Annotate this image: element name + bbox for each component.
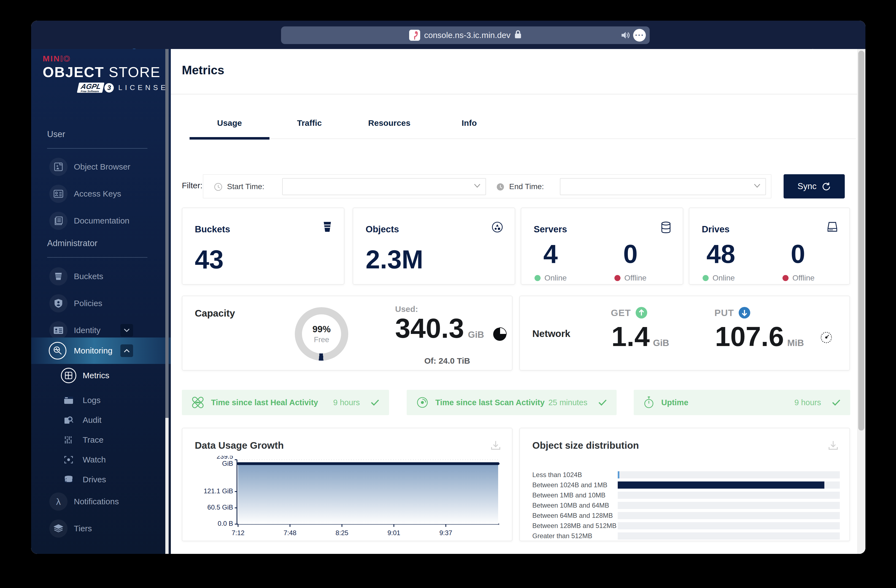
sidebar-item-buckets[interactable]: Buckets <box>31 263 171 290</box>
size-bucket-label: Between 128MB and 512MB <box>532 522 618 530</box>
svg-text:8:25: 8:25 <box>335 529 349 536</box>
tab-traffic[interactable]: Traffic <box>270 119 349 139</box>
capacity-used-value: 340.3 <box>395 315 464 342</box>
sidebar-scrollbar-thumb[interactable] <box>165 49 169 418</box>
tab-info[interactable]: Info <box>429 119 509 139</box>
lock-icon <box>514 30 521 41</box>
download-chart-icon[interactable] <box>491 440 501 451</box>
minio-logo: MINIO OBJECT STORE AGPLFree Software 3 L… <box>43 54 168 93</box>
network-put-label: PUT <box>715 307 734 318</box>
sidebar-item-documentation[interactable]: Documentation <box>31 208 171 234</box>
object-size-distribution-card: Object size distribution Less than 1024B… <box>520 428 850 541</box>
sidebar-item-object-browser[interactable]: Object Browser <box>31 153 171 180</box>
network-card: Network GET 1.4 GiB PUT 107.6 MiB <box>520 296 850 371</box>
monitoring-collapse-chevron[interactable] <box>120 344 133 357</box>
sidebar-subitem-audit[interactable]: Audit <box>31 410 171 430</box>
sidebar-item-notifications[interactable]: λ Notifications <box>31 488 171 515</box>
sidebar-item-monitoring[interactable]: Monitoring <box>31 337 171 364</box>
download-chart-icon[interactable] <box>828 440 838 451</box>
filter-label: Filter: <box>182 181 203 190</box>
network-get-label: GET <box>611 307 631 318</box>
svg-text:9:01: 9:01 <box>387 529 400 536</box>
svg-text:121.1 GiB: 121.1 GiB <box>204 487 233 495</box>
network-get-unit: GiB <box>653 338 669 348</box>
filter-row: Filter: Start Time: End Time: Sync <box>182 174 856 199</box>
sync-icon <box>821 182 831 191</box>
sidebar-subitem-watch[interactable]: Watch <box>31 450 171 469</box>
time-filter-group: Start Time: End Time: <box>203 174 771 199</box>
identity-icon <box>53 327 63 334</box>
check-icon <box>832 399 840 406</box>
heal-label: Time since last Heal Activity <box>211 398 318 407</box>
network-get-value: 1.4 <box>611 323 650 350</box>
size-bar-track <box>618 512 840 519</box>
size-distribution-row: Between 1024B and 1MB <box>532 480 840 490</box>
heal-activity-pill: Time since last Heal Activity 9 hours <box>182 390 389 415</box>
sidebar-subitem-logs[interactable]: Logs <box>31 390 171 410</box>
size-bucket-label: Between 1MB and 10MB <box>532 491 618 499</box>
main-content: Metrics Usage Traffic Resources Info Fil… <box>171 49 866 554</box>
identity-expand-chevron[interactable] <box>120 324 133 337</box>
capacity-used-unit: GiB <box>468 330 484 340</box>
size-bar-fill <box>618 482 824 489</box>
network-put-value: 107.6 <box>715 323 784 350</box>
capacity-free-caption: Free <box>314 336 329 344</box>
main-scrollbar-thumb[interactable] <box>858 51 864 430</box>
capacity-used-label: Used: <box>395 304 418 314</box>
objects-card: Objects 2.3M <box>353 208 515 285</box>
drive-icon <box>827 221 838 232</box>
size-bar-track <box>618 522 840 529</box>
scan-label: Time since last Scan Activity <box>435 398 545 407</box>
svg-text:GiB: GiB <box>222 460 233 467</box>
sidebar-subitem-metrics[interactable]: Metrics <box>31 366 171 385</box>
main-scrollbar[interactable] <box>857 49 866 554</box>
access-keys-icon <box>53 190 63 198</box>
heal-value: 9 hours <box>333 398 360 407</box>
end-time-label: End Time: <box>509 182 544 191</box>
offline-dot <box>782 275 789 281</box>
network-put-unit: MiB <box>787 338 804 348</box>
sidebar-scrollbar[interactable] <box>165 49 169 554</box>
sidebar-item-tiers[interactable]: Tiers <box>31 515 171 542</box>
mute-icon[interactable] <box>621 31 630 40</box>
page-settings-button[interactable]: ··· <box>633 29 646 41</box>
speedometer-icon <box>820 331 832 343</box>
logs-icon <box>64 397 73 404</box>
buckets-card: Buckets 43 <box>182 208 344 285</box>
uptime-value: 9 hours <box>794 398 821 407</box>
tab-resources[interactable]: Resources <box>349 119 429 139</box>
drives-icon <box>64 476 73 484</box>
objects-icon <box>492 221 503 233</box>
start-time-label: Start Time: <box>227 182 264 191</box>
sidebar-item-policies[interactable]: Policies <box>31 290 171 317</box>
sidebar-subitem-trace[interactable]: Trace <box>31 430 171 450</box>
servers-online-label: Online <box>535 273 567 283</box>
tab-active-indicator <box>190 137 270 140</box>
page-header: Metrics <box>171 49 866 94</box>
start-time-select[interactable] <box>282 178 486 195</box>
tab-usage[interactable]: Usage <box>190 119 270 139</box>
divider <box>47 148 148 149</box>
drives-offline-count: 0 <box>791 241 805 267</box>
divider <box>47 257 148 258</box>
buckets-icon <box>54 272 63 281</box>
uptime-label: Uptime <box>661 398 688 407</box>
sidebar-subitem-drives[interactable]: Drives <box>31 469 171 489</box>
capacity-title: Capacity <box>195 308 235 319</box>
drives-card: Drives 48 0 Online Offline <box>689 208 850 285</box>
sidebar-item-access-keys[interactable]: Access Keys <box>31 181 171 207</box>
size-distribution-row: Between 1MB and 10MB <box>532 491 840 500</box>
end-time-select[interactable] <box>560 178 766 195</box>
address-bar[interactable]: console.ns-3.ic.min.dev ··· <box>281 26 650 44</box>
desktop-background: console.ns-3.ic.min.dev ··· MINIO OBJECT… <box>0 0 896 588</box>
offline-dot <box>614 275 620 281</box>
browser-window: console.ns-3.ic.min.dev ··· MINIO OBJECT… <box>31 21 866 554</box>
clock-filled-icon <box>496 182 505 191</box>
size-bar-track <box>618 532 840 539</box>
servers-online-count: 4 <box>543 241 558 267</box>
url-text: console.ns-3.ic.min.dev <box>424 30 510 40</box>
scan-icon <box>417 397 428 408</box>
size-bar-track <box>618 482 840 489</box>
sync-button[interactable]: Sync <box>783 174 845 199</box>
online-dot <box>702 275 709 281</box>
